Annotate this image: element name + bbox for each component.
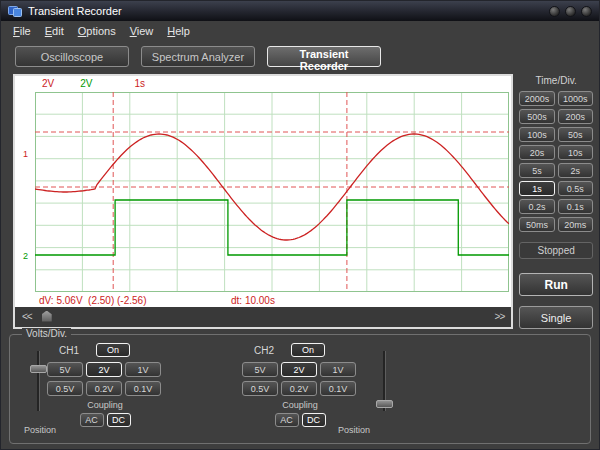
ch1-trace-marker: 1 (23, 149, 28, 160)
ch2-volts-2v-button[interactable]: 2V (281, 362, 317, 377)
scroll-right-button[interactable]: >> (495, 311, 505, 322)
timebase-0.5s-button[interactable]: 0.5s (558, 181, 593, 196)
window-title: Transient Recorder (28, 5, 122, 17)
ch1-volts-0.5v-button[interactable]: 0.5V (47, 381, 83, 396)
run-button[interactable]: Run (519, 273, 593, 296)
menu-help[interactable]: Help (160, 23, 197, 39)
ch2-position-slider[interactable] (376, 351, 393, 411)
timebase-2000s-button[interactable]: 2000s (519, 91, 554, 106)
scope-display: 2V 2V 1s 1 2 dV: 5.06V (2.50) (-2.56) dt… (13, 74, 513, 329)
ch1-coupling-buttons: AC DC (47, 413, 163, 427)
ch1-volts-div-label: 2V (42, 78, 54, 89)
timebase-5s-button[interactable]: 5s (519, 163, 554, 178)
waveform-plot (35, 92, 509, 292)
ch2-volts-0.2v-button[interactable]: 0.2V (281, 381, 317, 396)
single-button[interactable]: Single (519, 306, 593, 329)
ch2-volts-0.1v-button[interactable]: 0.1V (320, 381, 356, 396)
ch2-controls: CH2 On 5V 2V 1V 0.5V 0.2V 0.1V Coupling … (242, 343, 358, 427)
timebase-50ms-button[interactable]: 50ms (519, 217, 554, 232)
ch1-label: CH1 (59, 345, 96, 356)
ch1-volts-0.1v-button[interactable]: 0.1V (125, 381, 161, 396)
timebase-20s-button[interactable]: 20s (519, 145, 554, 160)
minimize-button[interactable] (549, 6, 560, 17)
timebase-2s-button[interactable]: 2s (558, 163, 593, 178)
timebase-10s-button[interactable]: 10s (558, 145, 593, 160)
scrollbar-thumb[interactable] (42, 311, 52, 322)
scope-screen: 2V 2V 1s 1 2 dV: 5.06V (2.50) (-2.56) dt… (15, 76, 511, 307)
ch2-position-label: Position (338, 425, 370, 435)
ch2-volts-row-1: 5V 2V 1V (242, 362, 358, 377)
ch2-coupling-ac-button[interactable]: AC (275, 413, 299, 427)
timebase-0.2s-button[interactable]: 0.2s (519, 199, 554, 214)
menu-view[interactable]: View (123, 23, 161, 39)
ch1-coupling-ac-button[interactable]: AC (80, 413, 104, 427)
timebase-50s-button[interactable]: 50s (558, 127, 593, 142)
ch1-position-slider[interactable] (30, 351, 47, 411)
volts-div-group: Volts/Div. Position CH1 On 5V 2V 1V 0.5V… (9, 334, 591, 444)
ch1-volts-row-2: 0.5V 0.2V 0.1V (47, 381, 163, 396)
timebase-20ms-button[interactable]: 20ms (558, 217, 593, 232)
volts-div-label: Volts/Div. (22, 328, 71, 339)
timebase-1s-button[interactable]: 1s (519, 181, 554, 196)
timebase-500s-button[interactable]: 500s (519, 109, 554, 124)
titlebar: Transient Recorder (1, 1, 599, 21)
ch2-label: CH2 (254, 345, 291, 356)
ch2-trace-marker: 2 (23, 251, 28, 262)
ch1-volts-5v-button[interactable]: 5V (47, 362, 83, 377)
ch2-coupling-label: Coupling (242, 400, 358, 410)
timebase-1000s-button[interactable]: 1000s (558, 91, 593, 106)
ch1-coupling-label: Coupling (47, 400, 163, 410)
time-div-value-label: 1s (134, 78, 145, 89)
menu-options[interactable]: Options (71, 23, 123, 39)
menu-edit[interactable]: Edit (38, 23, 71, 39)
delta-voltage-readout: dV: 5.06V (2.50) (-2.56) (39, 295, 231, 306)
ch2-volts-1v-button[interactable]: 1V (320, 362, 356, 377)
horizontal-scrollbar: << >> (15, 307, 511, 325)
acquisition-status: Stopped (519, 242, 593, 259)
app-icon (8, 5, 22, 17)
scope-setting-labels: 2V 2V 1s (42, 78, 145, 89)
ch2-volts-div-label: 2V (80, 78, 92, 89)
tab-oscilloscope[interactable]: Oscilloscope (15, 46, 129, 67)
cursor-readouts: dV: 5.06V (2.50) (-2.56) dt: 10.00s (39, 295, 275, 306)
timebase-buttons: 2000s 1000s 500s 200s 100s 50s 20s 10s 5… (519, 91, 593, 232)
ch1-position-track (37, 351, 40, 411)
tab-transient-recorder[interactable]: Transient Recorder (267, 46, 381, 67)
menu-file[interactable]: File (6, 23, 38, 39)
mode-tabs: Oscilloscope Spectrum Analyzer Transient… (1, 41, 599, 72)
ch2-on-button[interactable]: On (291, 343, 325, 357)
timebase-200s-button[interactable]: 200s (558, 109, 593, 124)
timebase-0.1s-button[interactable]: 0.1s (558, 199, 593, 214)
ch1-volts-0.2v-button[interactable]: 0.2V (86, 381, 122, 396)
ch1-coupling-dc-button[interactable]: DC (107, 413, 131, 427)
ch1-on-button[interactable]: On (96, 343, 130, 357)
ch2-volts-5v-button[interactable]: 5V (242, 362, 278, 377)
scrollbar-track[interactable] (38, 310, 489, 323)
timebase-panel: Time/Div. 2000s 1000s 500s 200s 100s 50s… (519, 74, 593, 329)
tab-spectrum-analyzer[interactable]: Spectrum Analyzer (141, 46, 255, 67)
ch1-controls: CH1 On 5V 2V 1V 0.5V 0.2V 0.1V Coupling … (47, 343, 163, 427)
ch1-volts-row-1: 5V 2V 1V (47, 362, 163, 377)
ch1-header: CH1 On (47, 343, 163, 357)
ch1-volts-2v-button[interactable]: 2V (86, 362, 122, 377)
close-button[interactable] (581, 6, 592, 17)
ch2-volts-row-2: 0.5V 0.2V 0.1V (242, 381, 358, 396)
app-window: Transient Recorder File Edit Options Vie… (0, 0, 600, 450)
ch1-volts-1v-button[interactable]: 1V (125, 362, 161, 377)
timebase-100s-button[interactable]: 100s (519, 127, 554, 142)
ch1-position-thumb[interactable] (30, 365, 47, 373)
maximize-button[interactable] (565, 6, 576, 17)
time-div-label: Time/Div. (519, 75, 593, 86)
menubar: File Edit Options View Help (1, 21, 599, 41)
ch2-coupling-dc-button[interactable]: DC (302, 413, 326, 427)
delta-time-readout: dt: 10.00s (231, 295, 275, 306)
main-area: 2V 2V 1s 1 2 dV: 5.06V (2.50) (-2.56) dt… (1, 72, 599, 329)
ch2-volts-0.5v-button[interactable]: 0.5V (242, 381, 278, 396)
ch2-position-thumb[interactable] (376, 400, 393, 408)
scroll-left-button[interactable]: << (22, 311, 32, 322)
window-controls (549, 6, 592, 17)
ch2-header: CH2 On (242, 343, 358, 357)
